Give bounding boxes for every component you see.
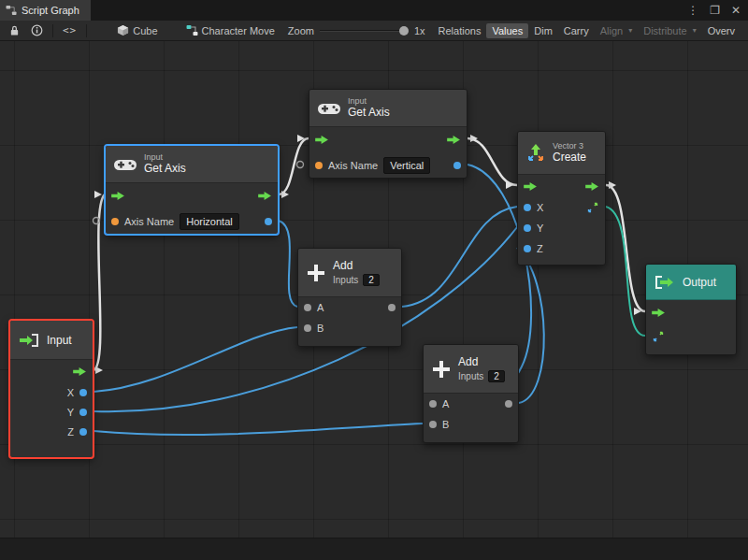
port-row-x: X <box>10 382 93 402</box>
node-vector3-create[interactable]: Vector 3 Create X Y <box>517 131 606 266</box>
axis-name-field[interactable]: Horizontal <box>180 213 239 230</box>
flow-in-arrow-icon[interactable] <box>315 135 329 145</box>
result-port[interactable] <box>265 218 272 225</box>
node-add-top[interactable]: Add Inputs 2 A B <box>297 248 402 347</box>
node-title: Create <box>553 151 586 165</box>
sum-output-port[interactable] <box>388 304 396 311</box>
align-dropdown[interactable]: Align ▾ <box>595 23 638 38</box>
axis-name-port[interactable] <box>315 162 323 169</box>
node-header: Add Inputs 2 <box>298 249 401 297</box>
x-port[interactable] <box>79 389 87 396</box>
port-row-y: Y <box>518 218 605 238</box>
node-get-axis-vertical[interactable]: Input Get Axis Axis Name Vertical <box>309 89 468 179</box>
port-row-b: B <box>298 318 401 338</box>
vector-input-port-icon[interactable] <box>652 330 665 343</box>
flow-out-arrow-icon[interactable] <box>585 181 599 192</box>
flow-port-row <box>10 360 93 382</box>
character-move-breadcrumb[interactable]: Character Move <box>180 22 280 38</box>
character-move-label: Character Move <box>202 25 275 36</box>
axis-name-port[interactable] <box>111 218 119 225</box>
overview-button[interactable]: Overv <box>702 23 741 38</box>
input-b-label: B <box>317 323 324 334</box>
unconnected-port-circle <box>297 162 304 168</box>
values-button[interactable]: Values <box>486 23 528 38</box>
flow-port-row <box>309 127 467 151</box>
node-get-axis-horizontal[interactable]: Input Get Axis Axis Name Horizontal <box>105 145 279 235</box>
cube-breadcrumb[interactable]: Cube <box>111 22 163 38</box>
y-label: Y <box>67 407 74 418</box>
zoom-slider-knob[interactable] <box>399 26 409 36</box>
wire-addtop-to-vector3-x <box>402 207 517 307</box>
sum-output-port[interactable] <box>505 400 512 408</box>
window-controls: ⋮ ❐ ✕ <box>687 0 748 21</box>
tab-script-graph[interactable]: Script Graph <box>0 0 91 21</box>
menu-icon[interactable]: ⋮ <box>687 4 698 17</box>
relations-button[interactable]: Relations <box>433 23 487 38</box>
info-icon <box>31 24 43 36</box>
cube-icon <box>117 24 129 36</box>
node-add-bottom[interactable]: Add Inputs 2 A B <box>423 344 519 443</box>
add-icon <box>431 359 452 380</box>
y-port[interactable] <box>79 409 87 416</box>
port-row-b: B <box>424 414 518 435</box>
axis-name-field[interactable]: Vertical <box>383 157 430 174</box>
flow-arrowhead <box>95 366 103 374</box>
input-a-port[interactable] <box>429 400 437 408</box>
x-port[interactable] <box>524 204 531 211</box>
edit-code-button[interactable]: <> <box>57 22 82 38</box>
z-label: Z <box>537 243 543 254</box>
z-port[interactable] <box>79 428 87 436</box>
input-a-port[interactable] <box>304 304 311 311</box>
gamepad-icon <box>113 157 137 172</box>
align-label: Align <box>600 25 623 36</box>
flow-arrowhead <box>94 191 102 198</box>
inputs-label: Inputs <box>333 275 358 285</box>
result-port[interactable] <box>453 162 461 169</box>
graph-canvas[interactable]: Input Get Axis Axis Name Vertical <box>0 41 748 560</box>
inputs-label: Inputs <box>458 371 483 381</box>
carry-button[interactable]: Carry <box>558 23 595 38</box>
flow-in-arrow-icon[interactable] <box>111 191 125 201</box>
port-row-y: Y <box>10 402 93 422</box>
zoom-slider[interactable] <box>320 30 409 32</box>
wire-inputz-to-addbottom-b <box>94 424 423 435</box>
node-header: Input Get Axis <box>309 90 467 127</box>
input-b-port[interactable] <box>304 324 311 332</box>
distribute-label: Distribute <box>643 25 686 36</box>
dim-button[interactable]: Dim <box>528 23 558 38</box>
flow-out-arrow-icon[interactable] <box>73 366 87 377</box>
inputs-count-field[interactable]: 2 <box>363 274 380 286</box>
script-graph-window: Script Graph ⋮ ❐ ✕ <> <box>0 0 748 560</box>
node-title: Output <box>683 276 716 289</box>
info-button[interactable] <box>25 22 49 38</box>
maximize-icon[interactable]: ❐ <box>710 4 720 17</box>
node-graph-input[interactable]: Input X Y Z <box>9 320 94 458</box>
inputs-count-field[interactable]: 2 <box>488 370 505 382</box>
flow-out-arrow-icon[interactable] <box>447 135 461 145</box>
flow-out-arrow-icon[interactable] <box>258 191 272 201</box>
add-icon <box>306 263 326 283</box>
port-row-x: X <box>518 197 605 218</box>
distribute-dropdown[interactable]: Distribute ▾ <box>638 23 701 38</box>
node-header: Input Get Axis <box>106 146 278 183</box>
port-row-z: Z <box>518 238 605 259</box>
close-icon[interactable]: ✕ <box>731 4 741 17</box>
script-graph-icon <box>6 5 17 16</box>
input-b-port[interactable] <box>429 421 437 428</box>
flow-port-row <box>646 300 736 324</box>
node-title: Add <box>333 259 380 272</box>
zoom-control: Zoom 1x <box>288 25 425 36</box>
chevron-down-icon: ▾ <box>693 26 697 35</box>
lock-button[interactable] <box>4 22 25 38</box>
flow-in-arrow-icon[interactable] <box>524 181 538 192</box>
input-b-label: B <box>442 419 449 430</box>
vector-output-port-icon[interactable] <box>586 201 599 214</box>
node-graph-output[interactable]: Output <box>645 264 737 355</box>
wire-flow-vertical-to-vector3 <box>468 138 517 185</box>
flow-in-arrow-icon[interactable] <box>652 308 666 318</box>
z-port[interactable] <box>524 245 531 252</box>
y-port[interactable] <box>524 224 531 232</box>
y-label: Y <box>537 223 543 234</box>
vector-port-row <box>646 324 736 349</box>
cube-label: Cube <box>133 25 157 36</box>
